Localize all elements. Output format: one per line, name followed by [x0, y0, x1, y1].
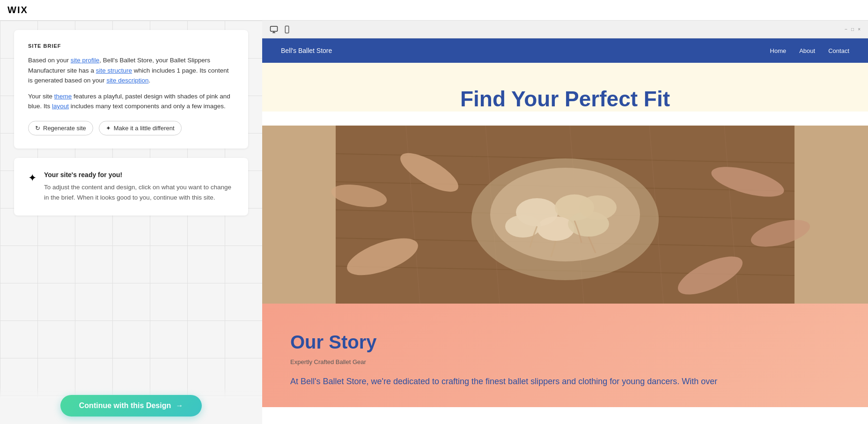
hero-image-svg — [262, 126, 868, 304]
continue-btn-container: Continue with this Design → — [0, 387, 262, 424]
left-panel: SITE BRIEF Based on your site profile, B… — [0, 21, 262, 424]
layout-link[interactable]: layout — [52, 103, 69, 110]
regenerate-label: Regenerate site — [43, 125, 86, 132]
site-brief-card: SITE BRIEF Based on your site profile, B… — [14, 30, 248, 149]
story-section: Our Story Expertly Crafted Ballet Gear A… — [262, 304, 868, 407]
site-profile-link[interactable]: site profile — [71, 57, 100, 64]
mobile-icon[interactable] — [283, 25, 291, 34]
svg-point-29 — [579, 195, 617, 220]
brief-paragraph-1: Based on your site profile, Bell's Balle… — [28, 55, 234, 86]
desktop-icon[interactable] — [270, 25, 278, 34]
hero-image — [262, 126, 868, 304]
story-title: Our Story — [290, 332, 840, 353]
make-different-label: Make it a little different — [114, 125, 175, 132]
continue-label: Continue with this Design — [79, 402, 171, 410]
ready-title: Your site's ready for you! — [44, 171, 234, 179]
close-button[interactable]: × — [858, 27, 861, 32]
hero-section: Find Your Perfect Fit — [262, 63, 868, 112]
sparkle-icon: ✦ — [106, 125, 111, 132]
brief-text-end-1: . — [148, 77, 150, 84]
nav-contact-link[interactable]: Contact — [828, 47, 849, 54]
svg-point-26 — [537, 216, 574, 241]
sparkle-ready-icon: ✦ — [28, 172, 37, 184]
brief-paragraph-2: Your site theme features a playful, past… — [28, 91, 234, 112]
story-subtitle: Expertly Crafted Ballet Gear — [290, 358, 840, 365]
restore-button[interactable]: □ — [851, 27, 854, 32]
continue-design-button[interactable]: Continue with this Design → — [60, 395, 202, 417]
site-brand: Bell's Ballet Store — [281, 47, 332, 54]
nav-home-link[interactable]: Home — [770, 47, 787, 54]
svg-point-28 — [505, 215, 541, 238]
site-structure-link[interactable]: site structure — [96, 67, 132, 74]
brief-actions: ↻ Regenerate site ✦ Make it a little dif… — [28, 121, 234, 135]
theme-link[interactable]: theme — [54, 93, 72, 100]
site-navbar: Bell's Ballet Store Home About Contact — [262, 38, 868, 63]
wix-logo: WIX — [7, 5, 28, 15]
arrow-right-icon: → — [176, 402, 183, 410]
ready-text-block: Your site's ready for you! To adjust the… — [44, 171, 234, 202]
site-description-link[interactable]: site description — [106, 77, 148, 84]
window-chrome: − □ × — [262, 21, 868, 38]
svg-rect-3 — [285, 26, 289, 33]
regenerate-icon: ↻ — [35, 125, 40, 132]
ready-card: ✦ Your site's ready for you! To adjust t… — [14, 158, 248, 216]
site-brief-title: SITE BRIEF — [28, 43, 234, 49]
brief-text-after-2: includes many text components and only a… — [69, 103, 226, 110]
hero-title: Find Your Perfect Fit — [281, 86, 849, 112]
main-layout: SITE BRIEF Based on your site profile, B… — [0, 21, 868, 424]
brief-text-before-2: Your site — [28, 93, 54, 100]
top-bar: WIX — [0, 0, 868, 21]
svg-rect-0 — [271, 26, 278, 31]
brief-text-before-1: Based on your — [28, 57, 71, 64]
minimize-button[interactable]: − — [845, 27, 847, 32]
device-icons — [270, 25, 291, 34]
ready-description: To adjust the content and design, click … — [44, 182, 234, 202]
story-body: At Bell's Ballet Store, we're dedicated … — [290, 375, 840, 388]
nav-about-link[interactable]: About — [799, 47, 815, 54]
left-panel-content: SITE BRIEF Based on your site profile, B… — [0, 21, 262, 272]
regenerate-site-button[interactable]: ↻ Regenerate site — [28, 121, 93, 135]
make-different-button[interactable]: ✦ Make it a little different — [99, 121, 182, 135]
site-nav-links: Home About Contact — [770, 47, 849, 54]
website-preview: Bell's Ballet Store Home About Contact F… — [262, 38, 868, 424]
window-controls: − □ × — [845, 27, 861, 32]
right-panel: − □ × Bell's Ballet Store Home About Con… — [262, 21, 868, 424]
